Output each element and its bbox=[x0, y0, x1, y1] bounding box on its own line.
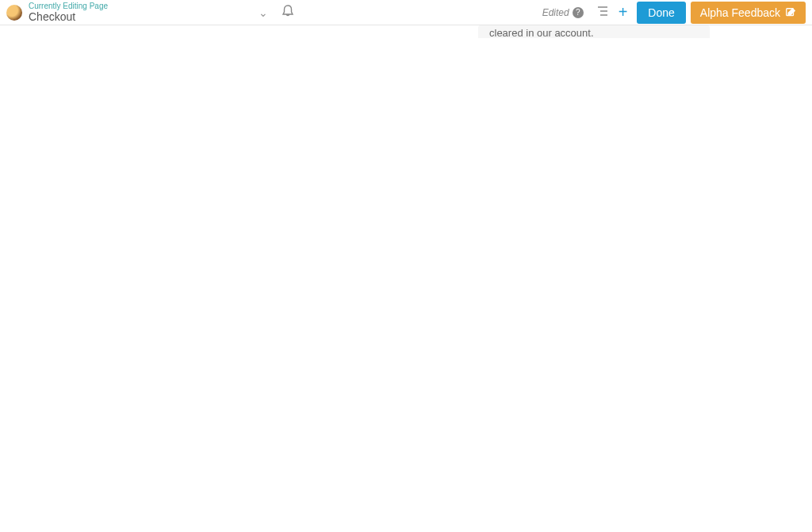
add-icon[interactable]: + bbox=[619, 3, 628, 21]
app-logo bbox=[6, 5, 22, 21]
editing-label: Currently Editing Page bbox=[29, 2, 108, 10]
done-button[interactable]: Done bbox=[637, 2, 685, 24]
outline-icon[interactable] bbox=[596, 6, 609, 20]
top-bar: Currently Editing Page Checkout ⌄ Edited… bbox=[0, 0, 812, 25]
payment-methods: cleared in our account. Check payments C… bbox=[478, 25, 710, 38]
feedback-label: Alpha Feedback bbox=[700, 6, 780, 19]
edit-icon bbox=[785, 7, 796, 18]
billing-form: Phone * dress? Last name * Town / City bbox=[102, 25, 466, 38]
order-summary: cleared in our account. Check payments C… bbox=[478, 25, 710, 38]
notifications-icon[interactable] bbox=[282, 5, 293, 20]
edited-label: Edited bbox=[542, 7, 569, 18]
bank-transfer-note: cleared in our account. bbox=[489, 25, 699, 38]
feedback-button[interactable]: Alpha Feedback bbox=[691, 2, 806, 24]
phone-label: Phone * bbox=[102, 36, 466, 38]
help-icon[interactable]: ? bbox=[573, 7, 584, 18]
page-name: Checkout bbox=[29, 10, 108, 23]
page-context[interactable]: Currently Editing Page Checkout bbox=[29, 2, 108, 23]
page-dropdown-icon[interactable]: ⌄ bbox=[259, 6, 268, 19]
